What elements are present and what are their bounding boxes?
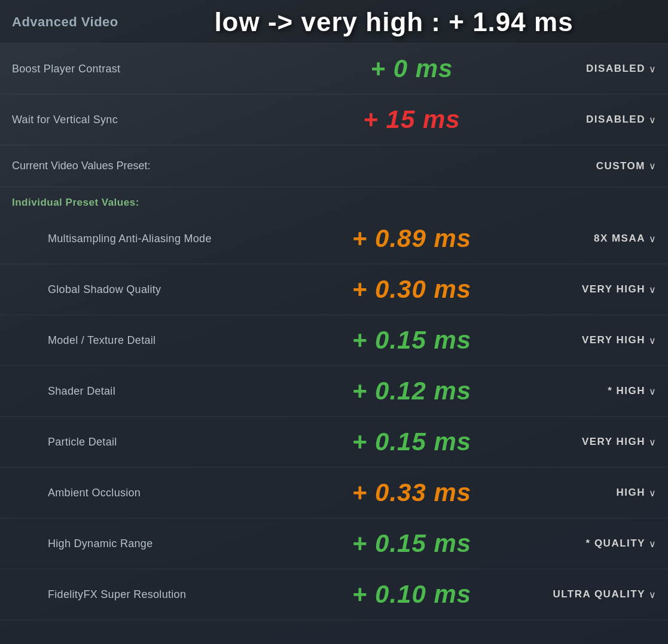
msaa-chevron-icon: ∨ <box>649 233 656 245</box>
model-texture-setting[interactable]: VERY HIGH ∨ <box>536 334 656 346</box>
ambient-occlusion-value: + 0.33 ms <box>287 478 536 507</box>
boost-player-contrast-value: + 0 ms <box>287 54 536 83</box>
particle-detail-setting[interactable]: VERY HIGH ∨ <box>536 436 656 448</box>
shadow-quality-setting-label: VERY HIGH <box>582 283 645 295</box>
msaa-setting-label: 8X MSAA <box>594 233 645 245</box>
wait-vertical-sync-chevron-icon: ∨ <box>649 114 656 126</box>
particle-detail-label: Particle Detail <box>12 436 287 448</box>
wait-vertical-sync-row: Wait for Vertical Sync + 15 ms DISABLED … <box>0 94 668 145</box>
fidelityfx-row: FidelityFX Super Resolution + 0.10 ms UL… <box>0 569 668 620</box>
msaa-setting[interactable]: 8X MSAA ∨ <box>536 233 656 245</box>
model-texture-row: Model / Texture Detail + 0.15 ms VERY HI… <box>0 315 668 366</box>
shadow-quality-chevron-icon: ∨ <box>649 284 656 295</box>
section-title: Advanced Video <box>12 14 132 30</box>
ambient-occlusion-setting[interactable]: HIGH ∨ <box>536 487 656 499</box>
wait-vertical-sync-value: + 15 ms <box>287 105 536 134</box>
advanced-video-panel: Advanced Video low -> very high : + 1.94… <box>0 0 668 644</box>
model-texture-label: Model / Texture Detail <box>12 334 287 347</box>
current-video-preset-row: Current Video Values Preset: CUSTOM ∨ <box>0 145 668 187</box>
boost-player-contrast-chevron-icon: ∨ <box>649 63 656 75</box>
shadow-quality-setting[interactable]: VERY HIGH ∨ <box>536 283 656 295</box>
fidelityfx-label: FidelityFX Super Resolution <box>12 588 287 601</box>
hdr-chevron-icon: ∨ <box>649 538 656 550</box>
shadow-quality-value: + 0.30 ms <box>287 275 536 304</box>
current-video-preset-value-container[interactable]: CUSTOM ∨ <box>596 160 656 172</box>
current-video-preset-label: Current Video Values Preset: <box>12 160 596 172</box>
shader-detail-label: Shader Detail <box>12 385 287 398</box>
boost-player-contrast-label: Boost Player Contrast <box>12 63 287 75</box>
header: Advanced Video low -> very high : + 1.94… <box>0 0 668 44</box>
boost-player-contrast-setting[interactable]: DISABLED ∨ <box>536 63 656 75</box>
fidelityfx-value: + 0.10 ms <box>287 580 536 609</box>
ambient-occlusion-label: Ambient Occlusion <box>12 487 287 499</box>
shader-detail-value: + 0.12 ms <box>287 377 536 405</box>
msaa-label: Multisampling Anti-Aliasing Mode <box>12 233 287 245</box>
shadow-quality-row: Global Shadow Quality + 0.30 ms VERY HIG… <box>0 264 668 315</box>
current-video-preset-chevron-icon: ∨ <box>649 160 656 172</box>
hdr-setting-label: * QUALITY <box>586 538 645 550</box>
fidelityfx-setting[interactable]: ULTRA QUALITY ∨ <box>536 588 656 600</box>
msaa-row: Multisampling Anti-Aliasing Mode + 0.89 … <box>0 213 668 264</box>
particle-detail-row: Particle Detail + 0.15 ms VERY HIGH ∨ <box>0 417 668 468</box>
particle-detail-value: + 0.15 ms <box>287 428 536 456</box>
model-texture-chevron-icon: ∨ <box>649 335 656 346</box>
fidelityfx-chevron-icon: ∨ <box>649 589 656 600</box>
ambient-occlusion-setting-label: HIGH <box>617 487 646 499</box>
ambient-occlusion-row: Ambient Occlusion + 0.33 ms HIGH ∨ <box>0 468 668 518</box>
boost-player-contrast-row: Boost Player Contrast + 0 ms DISABLED ∨ <box>0 44 668 94</box>
individual-preset-section-header: Individual Preset Values: <box>0 187 668 213</box>
shader-detail-setting[interactable]: * HIGH ∨ <box>536 385 656 397</box>
hdr-row: High Dynamic Range + 0.15 ms * QUALITY ∨ <box>0 518 668 569</box>
msaa-value: + 0.89 ms <box>287 224 536 253</box>
shader-detail-row: Shader Detail + 0.12 ms * HIGH ∨ <box>0 366 668 417</box>
hdr-label: High Dynamic Range <box>12 538 287 550</box>
wait-vertical-sync-setting-label: DISABLED <box>586 114 645 126</box>
hdr-value: + 0.15 ms <box>287 529 536 558</box>
wait-vertical-sync-label: Wait for Vertical Sync <box>12 114 287 126</box>
wait-vertical-sync-setting[interactable]: DISABLED ∨ <box>536 114 656 126</box>
shader-detail-setting-label: * HIGH <box>608 385 645 397</box>
current-video-preset-value: CUSTOM <box>596 160 645 172</box>
model-texture-value: + 0.15 ms <box>287 326 536 355</box>
performance-summary: low -> very high : + 1.94 ms <box>132 7 656 37</box>
shadow-quality-label: Global Shadow Quality <box>12 283 287 296</box>
ambient-occlusion-chevron-icon: ∨ <box>649 487 656 499</box>
fidelityfx-setting-label: ULTRA QUALITY <box>553 588 645 600</box>
particle-detail-setting-label: VERY HIGH <box>582 436 645 448</box>
particle-detail-chevron-icon: ∨ <box>649 437 656 448</box>
boost-player-contrast-setting-label: DISABLED <box>586 63 645 75</box>
model-texture-setting-label: VERY HIGH <box>582 334 645 346</box>
shader-detail-chevron-icon: ∨ <box>649 386 656 397</box>
hdr-setting[interactable]: * QUALITY ∨ <box>536 538 656 550</box>
